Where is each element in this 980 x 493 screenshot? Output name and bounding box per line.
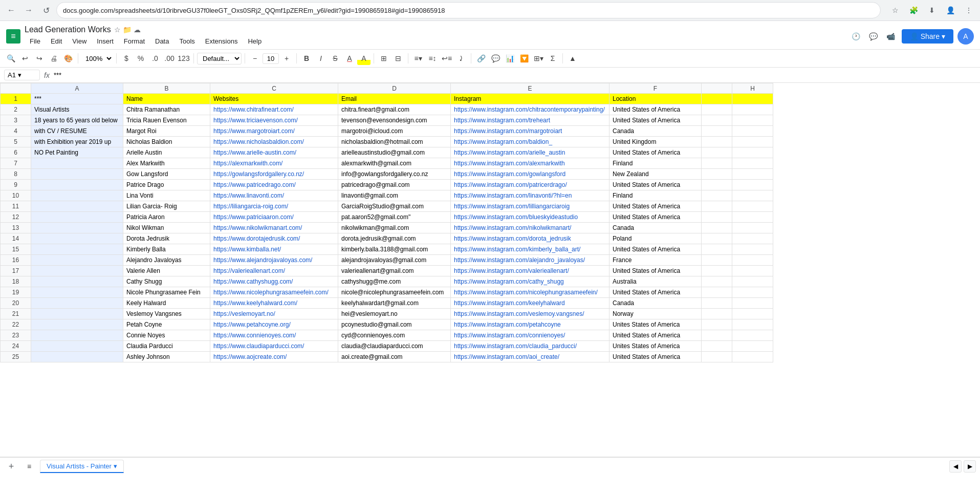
- scroll-right-button[interactable]: ▶: [964, 460, 976, 473]
- extension-button[interactable]: 🧩: [906, 3, 921, 17]
- row-number[interactable]: 23: [1, 330, 31, 341]
- collapse-toolbar-button[interactable]: ▲: [566, 52, 579, 65]
- menu-view[interactable]: View: [67, 35, 92, 47]
- url-input[interactable]: [63, 7, 874, 14]
- cell-extra[interactable]: [732, 319, 773, 330]
- cell-e[interactable]: https://www.instagram.com/petahcoyne: [451, 319, 609, 330]
- cell-d[interactable]: nicole@nicolephungrasameefein.com: [338, 287, 451, 298]
- cell-b[interactable]: Cathy Shugg: [123, 276, 210, 287]
- cell-b[interactable]: Lilian Garcia- Roig: [123, 201, 210, 212]
- insert-chart-button[interactable]: 📊: [503, 52, 516, 65]
- row-number[interactable]: 8: [1, 169, 31, 180]
- cell-c[interactable]: https://veslemoyart.no/: [210, 309, 338, 319]
- menu-format[interactable]: Format: [119, 35, 150, 47]
- row-number[interactable]: 22: [1, 319, 31, 330]
- col-header-h[interactable]: H: [732, 83, 773, 94]
- cell-f[interactable]: Canada: [609, 298, 702, 309]
- cell-f[interactable]: Poland: [609, 233, 702, 244]
- cell-f[interactable]: Australia: [609, 276, 702, 287]
- cell-a[interactable]: [31, 298, 123, 309]
- menu-tools[interactable]: Tools: [174, 35, 200, 47]
- cell-a[interactable]: [31, 180, 123, 190]
- borders-button[interactable]: ⊞: [377, 52, 390, 65]
- cell-f[interactable]: Canada: [609, 126, 702, 137]
- cell-d[interactable]: arielleaustinstudio@gmail.com: [338, 147, 451, 158]
- menu-data[interactable]: Data: [150, 35, 174, 47]
- row-number[interactable]: 12: [1, 212, 31, 223]
- cell-b[interactable]: Ashley Johnson: [123, 352, 210, 362]
- cell-a[interactable]: [31, 319, 123, 330]
- cell-b[interactable]: Name: [123, 94, 210, 104]
- text-wrap-button[interactable]: ↩≡: [440, 52, 453, 65]
- cell-d[interactable]: aoi.create@gmail.com: [338, 352, 451, 362]
- active-sheet-tab[interactable]: Visual Artists - Painter ▾: [40, 460, 124, 473]
- meet-button[interactable]: 📹: [884, 30, 898, 43]
- cell-d[interactable]: alejandrojavaloyas@gmail.com: [338, 255, 451, 266]
- grid-container[interactable]: A B C D E F H 1***NameWebsitesEmailInsta…: [0, 83, 980, 457]
- cell-c[interactable]: Websites: [210, 94, 338, 104]
- cell-extra[interactable]: [702, 115, 732, 126]
- cell-b[interactable]: Patricia Aaron: [123, 212, 210, 223]
- cell-e[interactable]: https://www.instagram.com/linavonti/?hl=…: [451, 190, 609, 201]
- cell-e[interactable]: https://www.instagram.com/kimberly_balla…: [451, 244, 609, 255]
- font-size-decrease[interactable]: −: [248, 52, 262, 65]
- cell-extra[interactable]: [732, 276, 773, 287]
- row-number[interactable]: 10: [1, 190, 31, 201]
- cell-d[interactable]: kimberly.balla.3188@gmail.com: [338, 244, 451, 255]
- col-header-c[interactable]: C: [210, 83, 338, 94]
- cloud-icon[interactable]: ☁: [134, 26, 141, 34]
- cell-extra[interactable]: [702, 94, 732, 104]
- cell-f[interactable]: France: [609, 255, 702, 266]
- avatar[interactable]: A: [957, 28, 974, 45]
- cell-extra[interactable]: [732, 298, 773, 309]
- cell-c[interactable]: https://valerieallenart.com/: [210, 266, 338, 276]
- cell-b[interactable]: Claudia Parducci: [123, 341, 210, 352]
- row-number[interactable]: 18: [1, 276, 31, 287]
- cell-a[interactable]: [31, 233, 123, 244]
- cell-extra[interactable]: [702, 298, 732, 309]
- cell-extra[interactable]: [702, 341, 732, 352]
- reload-button[interactable]: ↺: [39, 3, 53, 17]
- cell-extra[interactable]: [732, 244, 773, 255]
- menu-edit[interactable]: Edit: [46, 35, 67, 47]
- share-dropdown-icon[interactable]: ▾: [942, 32, 945, 40]
- cell-c[interactable]: https://www.chitrafineart.com/: [210, 104, 338, 115]
- col-header-a[interactable]: A: [31, 83, 123, 94]
- cell-extra[interactable]: [732, 115, 773, 126]
- row-number[interactable]: 14: [1, 233, 31, 244]
- add-sheet-button[interactable]: +: [4, 459, 18, 474]
- cell-b[interactable]: Nikol Wikman: [123, 223, 210, 233]
- cell-c[interactable]: https://www.petahcoyne.org/: [210, 319, 338, 330]
- cell-c[interactable]: https://www.nicholasbaldion.com/: [210, 137, 338, 147]
- cell-b[interactable]: Dorota Jedrusik: [123, 233, 210, 244]
- italic-button[interactable]: I: [314, 52, 328, 65]
- bold-button[interactable]: B: [300, 52, 313, 65]
- format-number-button[interactable]: 123: [177, 52, 190, 65]
- cell-c[interactable]: https://www.arielle-austin.com/: [210, 147, 338, 158]
- scroll-left-button[interactable]: ◀: [949, 460, 962, 473]
- cell-f[interactable]: United States of America: [609, 287, 702, 298]
- menu-extensions[interactable]: Extensions: [200, 35, 243, 47]
- cell-e[interactable]: https://www.instagram.com/nikolwikmanart…: [451, 223, 609, 233]
- cell-extra[interactable]: [702, 352, 732, 362]
- cell-f[interactable]: United States of America: [609, 201, 702, 212]
- cell-extra[interactable]: [702, 287, 732, 298]
- cell-a[interactable]: [31, 158, 123, 169]
- cell-e[interactable]: https://www.instagram.com/claudia_parduc…: [451, 341, 609, 352]
- cell-f[interactable]: Norway: [609, 309, 702, 319]
- cell-e[interactable]: https://www.instagram.com/gowlangsford: [451, 169, 609, 180]
- cell-extra[interactable]: [732, 94, 773, 104]
- cell-a[interactable]: [31, 266, 123, 276]
- profile-button[interactable]: 👤: [943, 3, 957, 17]
- cell-extra[interactable]: [702, 244, 732, 255]
- cell-extra[interactable]: [732, 180, 773, 190]
- cell-f[interactable]: Unites States of America: [609, 319, 702, 330]
- row-number[interactable]: 13: [1, 223, 31, 233]
- cell-a[interactable]: [31, 341, 123, 352]
- cell-d[interactable]: claudia@claudiaparducci.com: [338, 341, 451, 352]
- cell-a[interactable]: [31, 244, 123, 255]
- document-title[interactable]: Lead Generation Works: [25, 25, 111, 34]
- cell-b[interactable]: Lina Vonti: [123, 190, 210, 201]
- cell-b[interactable]: Petah Coyne: [123, 319, 210, 330]
- cell-extra[interactable]: [732, 341, 773, 352]
